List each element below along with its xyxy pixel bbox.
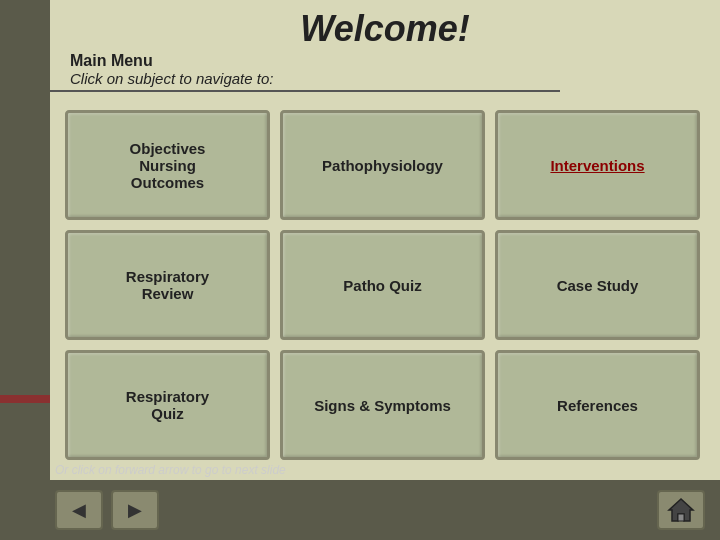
subtitle: Click on subject to navigate to:: [70, 70, 273, 87]
menu-btn-signs-symptoms[interactable]: Signs & Symptoms: [280, 350, 485, 460]
forward-button[interactable]: ▶: [111, 490, 159, 530]
respiratory-quiz-label: RespiratoryQuiz: [126, 388, 209, 422]
pathophysiology-label: Pathophysiology: [322, 157, 443, 174]
back-button[interactable]: ◀: [55, 490, 103, 530]
left-sidebar-strip: [0, 0, 50, 540]
page-wrapper: Welcome! Main Menu Click on subject to n…: [0, 0, 720, 540]
signs-symptoms-label: Signs & Symptoms: [314, 397, 451, 414]
home-icon: [667, 497, 695, 523]
interventions-label: Interventions: [550, 157, 644, 174]
svg-rect-1: [678, 514, 684, 521]
case-study-label: Case Study: [557, 277, 639, 294]
references-label: References: [557, 397, 638, 414]
menu-btn-case-study[interactable]: Case Study: [495, 230, 700, 340]
menu-btn-pathophysiology[interactable]: Pathophysiology: [280, 110, 485, 220]
menu-btn-references[interactable]: References: [495, 350, 700, 460]
menu-btn-objectives[interactable]: ObjectivesNursingOutcomes: [65, 110, 270, 220]
menu-btn-interventions[interactable]: Interventions: [495, 110, 700, 220]
menu-label: Main Menu: [70, 52, 153, 70]
left-accent-bar: [0, 395, 50, 403]
page-title: Welcome!: [70, 8, 700, 50]
patho-quiz-label: Patho Quiz: [343, 277, 421, 294]
back-icon: ◀: [72, 499, 86, 521]
home-button[interactable]: [657, 490, 705, 530]
nav-buttons: ◀ ▶: [55, 490, 159, 530]
objectives-label: ObjectivesNursingOutcomes: [130, 140, 206, 191]
menu-btn-respiratory-review[interactable]: RespiratoryReview: [65, 230, 270, 340]
header: Welcome! Main Menu Click on subject to n…: [50, 0, 720, 100]
header-divider: [50, 90, 560, 92]
menu-grid: ObjectivesNursingOutcomes Pathophysiolog…: [55, 100, 710, 470]
menu-btn-patho-quiz[interactable]: Patho Quiz: [280, 230, 485, 340]
footer-instruction: Or click on forward arrow to go to next …: [55, 463, 286, 477]
forward-icon: ▶: [128, 499, 142, 521]
respiratory-review-label: RespiratoryReview: [126, 268, 209, 302]
menu-btn-respiratory-quiz[interactable]: RespiratoryQuiz: [65, 350, 270, 460]
